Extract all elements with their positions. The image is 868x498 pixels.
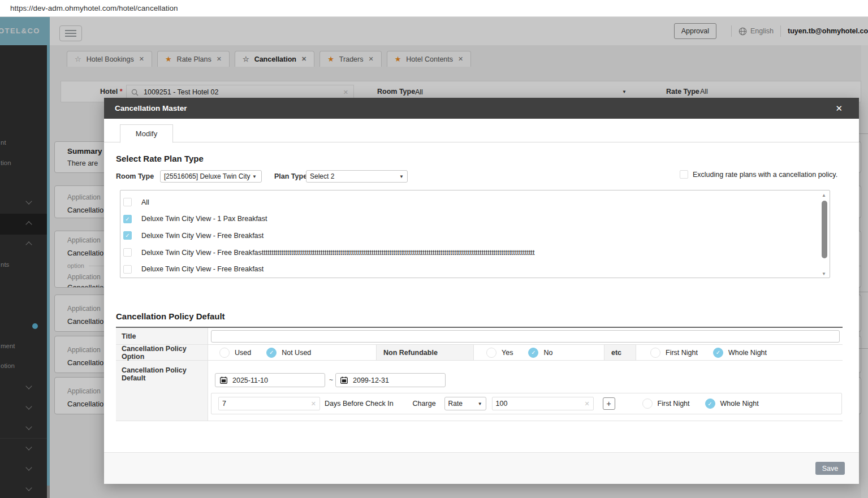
save-button[interactable]: Save — [815, 462, 845, 475]
title-label: Title — [116, 328, 208, 344]
rate-plan-label: Deluxe Twin City View - Free Breakfast — [141, 232, 264, 240]
plan-type-selected-value: Select 2 — [310, 172, 334, 180]
close-icon[interactable]: ✕ — [835, 103, 843, 114]
modal-plan-type-select[interactable]: Select 2 ▼ — [306, 170, 408, 183]
screen: https://dev-adm.ohmyhotel.com/hotel/canc… — [0, 0, 868, 498]
modal-tab-strip: Modify — [104, 119, 859, 142]
rate-plan-checkbox[interactable]: ✓ — [123, 231, 132, 240]
clear-icon[interactable]: ✕ — [584, 400, 589, 408]
charge-amount-input[interactable] — [496, 400, 581, 408]
rate-plan-label: Deluxe Twin City View - Free Breakfast — [141, 265, 264, 273]
chevron-down-icon: ▼ — [399, 174, 404, 179]
excluding-label: Excluding rate plans with a cancellation… — [693, 171, 837, 179]
days-input[interactable] — [222, 400, 307, 408]
section-title-policy-default: Cancellation Policy Default — [116, 311, 225, 321]
chevron-down-icon: ▼ — [252, 174, 257, 179]
excluding-policy-option: Excluding rate plans with a cancellation… — [680, 170, 837, 179]
chevron-down-icon: ▼ — [478, 401, 482, 406]
scroll-down-icon[interactable]: ▼ — [822, 271, 826, 276]
not-used-label: Not Used — [282, 349, 311, 357]
whole-night-radio[interactable]: ✓ — [705, 399, 715, 409]
first-night-radio[interactable] — [642, 399, 653, 409]
scrollbar-thumb[interactable] — [822, 201, 827, 258]
first-night-label: First Night — [658, 400, 690, 408]
no-label: No — [543, 349, 552, 357]
page-url[interactable]: https://dev-adm.ohmyhotel.com/hotel/canc… — [10, 4, 178, 12]
modal-header: Cancellation Master ✕ — [104, 98, 859, 119]
date-to-value: 2099-12-31 — [353, 376, 389, 384]
used-label: Used — [235, 349, 251, 357]
section-title-rate-plan: Select Rate Plan Type — [116, 154, 204, 163]
rate-plan-label: Deluxe Twin City View - Free Breakfasttt… — [141, 249, 535, 257]
no-radio[interactable]: ✓ — [528, 348, 538, 358]
etc-first-night-label: First Night — [666, 349, 698, 357]
whole-night-label: Whole Night — [720, 400, 759, 408]
not-used-radio[interactable]: ✓ — [266, 348, 277, 358]
rate-plan-checkbox[interactable]: ✓ — [123, 215, 132, 223]
rate-plan-row: Deluxe Twin City View - Free Breakfast — [123, 261, 818, 278]
non-refundable-label: Non Refundable — [376, 345, 474, 360]
rate-plan-row: ✓ Deluxe Twin City View - Free Breakfast — [123, 227, 818, 244]
policy-default-row: Cancellation Policy Default 2025-11-10 ~ — [116, 361, 843, 421]
yes-label: Yes — [502, 349, 513, 357]
etc-whole-night-label: Whole Night — [728, 349, 767, 357]
days-field: ✕ — [218, 397, 320, 410]
title-row: Title — [116, 328, 843, 345]
days-before-checkin-label: Days Before Check In — [325, 400, 394, 408]
list-scrollbar: ▲ ▼ — [821, 193, 828, 276]
room-type-selected-value: [25516065] Deluxe Twin City View — [164, 172, 252, 180]
rate-plan-checkbox[interactable] — [123, 248, 132, 257]
cancellation-master-modal: Cancellation Master ✕ Modify Select Rate… — [104, 98, 859, 484]
rate-plan-row: ✓ Deluxe Twin City View - 1 Pax Breakfas… — [123, 211, 818, 228]
rate-plan-label: All — [141, 198, 149, 206]
date-from-value: 2025-11-10 — [232, 376, 268, 384]
charge-type-value: Rate — [448, 400, 463, 408]
modal-room-type-label: Room Type — [116, 172, 154, 180]
policy-default-label: Cancellation Policy Default — [116, 361, 208, 421]
etc-first-night-radio[interactable] — [650, 348, 660, 358]
date-from-input[interactable]: 2025-11-10 — [215, 373, 325, 387]
calendar-icon — [220, 376, 227, 384]
rate-plan-label: Deluxe Twin City View - 1 Pax Breakfast — [141, 215, 267, 223]
scroll-up-icon[interactable]: ▲ — [822, 193, 826, 198]
date-range-separator: ~ — [329, 376, 333, 384]
used-radio[interactable] — [219, 348, 230, 358]
browser-url-bar[interactable]: https://dev-adm.ohmyhotel.com/hotel/canc… — [0, 0, 868, 17]
rate-plan-row: Deluxe Twin City View - Free Breakfasttt… — [123, 244, 818, 261]
policy-default-content: 2025-11-10 ~ 2099-12-31 — [208, 361, 843, 421]
policy-option-row: Cancellation Policy Option Used ✓ Not Us… — [116, 345, 843, 361]
yes-radio[interactable] — [486, 348, 496, 358]
etc-whole-night-radio[interactable]: ✓ — [713, 348, 723, 358]
rate-plan-row: All — [123, 194, 818, 211]
title-input[interactable] — [211, 330, 840, 343]
charge-rule-row: ✕ Days Before Check In Charge Rate ▼ ✕ + — [211, 393, 842, 414]
charge-amount-field: ✕ — [492, 397, 594, 410]
modal-plan-type-label: Plan Type — [274, 172, 307, 180]
charge-label: Charge — [413, 400, 436, 408]
rate-plan-checkbox[interactable] — [123, 198, 132, 206]
policy-table: Title Cancellation Policy Option Used ✓ … — [116, 327, 843, 421]
rate-plan-checkbox[interactable] — [123, 265, 132, 274]
tab-modify[interactable]: Modify — [120, 124, 173, 143]
etc-label: etc — [604, 345, 636, 360]
charge-type-select[interactable]: Rate ▼ — [444, 397, 486, 410]
modal-title: Cancellation Master — [115, 104, 187, 112]
policy-option-label: Cancellation Policy Option — [116, 345, 208, 360]
modal-footer: Save — [104, 452, 859, 484]
modal-room-type-select[interactable]: [25516065] Deluxe Twin City View ▼ — [160, 170, 262, 183]
excluding-checkbox[interactable] — [680, 170, 688, 179]
add-rule-button[interactable]: + — [603, 397, 615, 410]
clear-icon[interactable]: ✕ — [311, 400, 316, 408]
rate-plan-list: ▲ ▼ All ✓ Deluxe Twin City View - 1 Pax … — [120, 190, 830, 278]
calendar-icon — [340, 376, 348, 384]
date-to-input[interactable]: 2099-12-31 — [335, 373, 446, 387]
